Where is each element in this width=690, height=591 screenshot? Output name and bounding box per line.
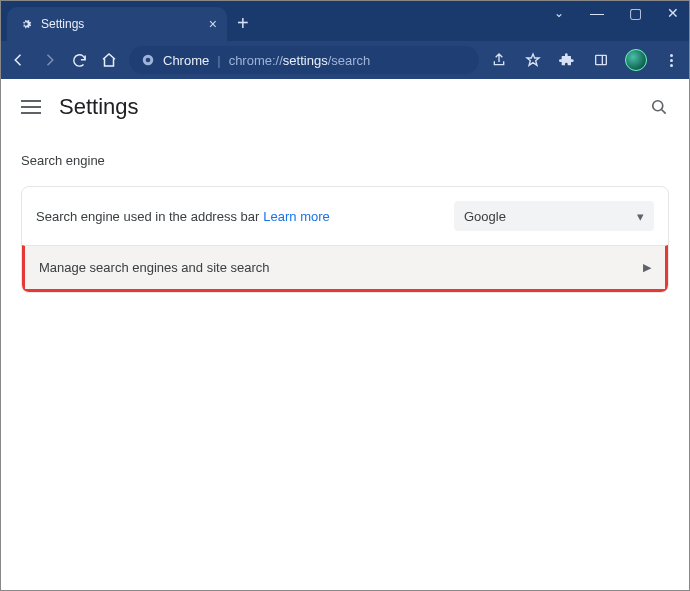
- url-separator: |: [217, 53, 220, 68]
- browser-tab[interactable]: Settings ×: [7, 7, 227, 41]
- highlight-box: Manage search engines and site search ▶: [22, 245, 668, 292]
- url-text: chrome://settings/search: [229, 53, 371, 68]
- row-label: Search engine used in the address bar: [36, 209, 259, 224]
- extensions-icon[interactable]: [557, 50, 577, 70]
- tab-search-icon[interactable]: ⌄: [549, 6, 569, 20]
- bookmark-star-icon[interactable]: [523, 50, 543, 70]
- url-scheme-label: Chrome: [163, 53, 209, 68]
- learn-more-link[interactable]: Learn more: [263, 209, 329, 224]
- section-heading: Search engine: [21, 153, 669, 168]
- search-settings-button[interactable]: [649, 97, 669, 117]
- share-icon[interactable]: [489, 50, 509, 70]
- side-panel-icon[interactable]: [591, 50, 611, 70]
- window-controls: ⌄ ― ▢ ✕: [549, 5, 683, 21]
- select-value: Google: [464, 209, 506, 224]
- default-search-engine-row: Search engine used in the address bar Le…: [22, 187, 668, 245]
- svg-rect-2: [596, 55, 607, 64]
- search-engine-select[interactable]: Google ▾: [454, 201, 654, 231]
- profile-avatar[interactable]: [625, 49, 647, 71]
- new-tab-button[interactable]: +: [237, 13, 249, 33]
- search-engine-card: Search engine used in the address bar Le…: [21, 186, 669, 293]
- caret-down-icon: ▾: [637, 209, 644, 224]
- menu-icon[interactable]: [21, 100, 41, 114]
- settings-header: Settings: [1, 79, 689, 135]
- svg-point-1: [146, 58, 151, 63]
- svg-point-4: [653, 101, 663, 111]
- home-button[interactable]: [99, 50, 119, 70]
- manage-search-engines-row[interactable]: Manage search engines and site search ▶: [25, 246, 665, 289]
- chrome-logo-icon: [141, 53, 155, 67]
- close-window-button[interactable]: ✕: [663, 5, 683, 21]
- back-button[interactable]: [9, 50, 29, 70]
- forward-button: [39, 50, 59, 70]
- svg-line-5: [662, 110, 666, 114]
- minimize-button[interactable]: ―: [587, 5, 607, 21]
- reload-button[interactable]: [69, 50, 89, 70]
- close-tab-icon[interactable]: ×: [209, 17, 217, 31]
- browser-toolbar: Chrome | chrome://settings/search: [1, 41, 689, 79]
- gear-icon: [19, 17, 33, 31]
- chevron-right-icon: ▶: [643, 261, 651, 274]
- maximize-button[interactable]: ▢: [625, 5, 645, 21]
- kebab-menu-icon[interactable]: [661, 50, 681, 70]
- row-label: Manage search engines and site search: [39, 260, 270, 275]
- tab-title: Settings: [41, 17, 84, 31]
- address-bar[interactable]: Chrome | chrome://settings/search: [129, 46, 479, 74]
- page-title: Settings: [59, 94, 139, 120]
- window-titlebar: Settings × + ⌄ ― ▢ ✕: [1, 1, 689, 41]
- toolbar-right: [489, 49, 681, 71]
- settings-content: Search engine Search engine used in the …: [1, 135, 689, 293]
